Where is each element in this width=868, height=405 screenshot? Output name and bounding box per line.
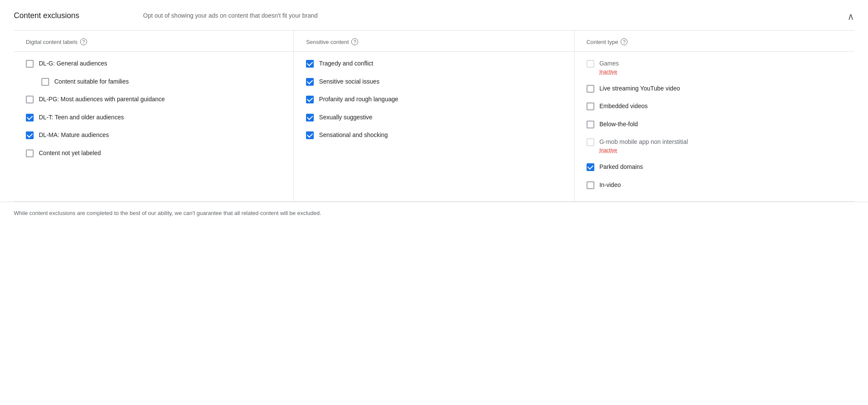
checkbox-embedded-videos[interactable] [587, 103, 594, 110]
checkbox-item-profanity: Profanity and rough language [306, 95, 562, 104]
col-body-sensitive-content: Tragedy and conflictSensitive social iss… [294, 52, 574, 152]
item-label-not-labeled: Content not yet labeled [39, 150, 101, 156]
item-label-sensational: Sensational and shocking [319, 131, 388, 138]
item-label-sexually: Sexually suggestive [319, 114, 372, 121]
label-wrapper-dlt: DL-T: Teen and older audiences [39, 113, 124, 122]
checkbox-item-parked-domains: Parked domains [587, 163, 842, 171]
checkbox-item-dlma: DL-MA: Mature audiences [26, 131, 281, 140]
checkbox-item-content-families: Content suitable for families [41, 78, 281, 86]
label-wrapper-tragedy: Tragedy and conflict [319, 59, 373, 68]
col-header-title-digital-content-labels: Digital content labels [26, 39, 78, 45]
item-label-profanity: Profanity and rough language [319, 96, 398, 103]
label-wrapper-dlma: DL-MA: Mature audiences [39, 131, 109, 140]
item-label-tragedy: Tragedy and conflict [319, 60, 373, 67]
content-exclusions-panel: Content exclusions Opt out of showing yo… [0, 0, 868, 405]
inactive-badge-gmob: Inactive [599, 147, 688, 153]
checkbox-profanity[interactable] [306, 96, 314, 103]
checkbox-item-games: GamesInactive [587, 59, 842, 75]
checkbox-dlg[interactable] [26, 60, 34, 68]
checkbox-games[interactable] [587, 60, 594, 68]
col-header-content-type: Content type? [575, 31, 854, 52]
col-body-content-type: GamesInactiveLive streaming YouTube vide… [575, 52, 854, 201]
label-wrapper-dlg: DL-G: General audiences [39, 59, 107, 68]
help-icon-content-type[interactable]: ? [621, 38, 628, 45]
checkbox-in-video[interactable] [587, 181, 594, 189]
label-wrapper-profanity: Profanity and rough language [319, 95, 398, 104]
checkbox-dlt[interactable] [26, 114, 34, 122]
checkbox-sexually[interactable] [306, 114, 314, 122]
checkbox-item-not-labeled: Content not yet labeled [26, 149, 281, 158]
column-content-type: Content type?GamesInactiveLive streaming… [575, 31, 854, 201]
checkbox-item-dlpg: DL-PG: Most audiences with parental guid… [26, 95, 281, 104]
collapse-icon[interactable]: ∧ [847, 9, 854, 22]
checkbox-item-social-issues: Sensitive social issues [306, 78, 562, 86]
item-label-dlma: DL-MA: Mature audiences [39, 131, 109, 138]
label-wrapper-parked-domains: Parked domains [599, 163, 643, 171]
label-wrapper-in-video: In-video [599, 181, 621, 190]
help-icon-digital-content-labels[interactable]: ? [80, 38, 87, 45]
checkbox-sensational[interactable] [306, 131, 314, 139]
label-wrapper-live-streaming: Live streaming YouTube video [599, 84, 680, 93]
label-wrapper-sexually: Sexually suggestive [319, 113, 372, 122]
checkbox-item-gmob: G-mob mobile app non interstitialInactiv… [587, 138, 842, 153]
label-wrapper-embedded-videos: Embedded videos [599, 102, 648, 111]
item-label-parked-domains: Parked domains [599, 163, 643, 170]
col-body-digital-content-labels: DL-G: General audiencesContent suitable … [14, 52, 293, 170]
checkbox-item-dlg: DL-G: General audiences [26, 59, 281, 68]
col-header-digital-content-labels: Digital content labels? [14, 31, 293, 52]
columns-container: Digital content labels?DL-G: General aud… [14, 31, 854, 201]
item-label-content-families: Content suitable for families [54, 78, 129, 85]
col-header-title-content-type: Content type [587, 39, 618, 45]
checkbox-item-below-fold: Below-the-fold [587, 120, 842, 129]
label-wrapper-below-fold: Below-the-fold [599, 120, 638, 129]
checkbox-not-labeled[interactable] [26, 150, 34, 157]
item-label-live-streaming: Live streaming YouTube video [599, 85, 680, 92]
column-sensitive-content: Sensitive content?Tragedy and conflictSe… [294, 31, 574, 201]
checkbox-item-tragedy: Tragedy and conflict [306, 59, 562, 68]
section-subtitle: Opt out of showing your ads on content t… [109, 9, 847, 19]
checkbox-live-streaming[interactable] [587, 85, 594, 93]
label-wrapper-social-issues: Sensitive social issues [319, 78, 379, 86]
checkbox-tragedy[interactable] [306, 60, 314, 68]
label-wrapper-games: GamesInactive [599, 59, 619, 75]
item-label-dlpg: DL-PG: Most audiences with parental guid… [39, 96, 165, 103]
item-label-dlg: DL-G: General audiences [39, 60, 107, 67]
item-label-in-video: In-video [599, 181, 621, 188]
label-wrapper-sensational: Sensational and shocking [319, 131, 388, 140]
col-header-sensitive-content: Sensitive content? [294, 31, 574, 52]
item-label-embedded-videos: Embedded videos [599, 103, 648, 109]
item-label-below-fold: Below-the-fold [599, 121, 638, 128]
checkbox-item-embedded-videos: Embedded videos [587, 102, 842, 111]
checkbox-item-sensational: Sensational and shocking [306, 131, 562, 140]
checkbox-item-dlt: DL-T: Teen and older audiences [26, 113, 281, 122]
item-label-gmob: G-mob mobile app non interstitial [599, 138, 688, 145]
inactive-badge-games: Inactive [599, 69, 619, 75]
checkbox-content-families[interactable] [41, 78, 49, 86]
item-label-games: Games [599, 60, 619, 67]
checkbox-item-in-video: In-video [587, 181, 842, 190]
checkbox-item-sexually: Sexually suggestive [306, 113, 562, 122]
checkbox-gmob[interactable] [587, 138, 594, 146]
checkbox-dlma[interactable] [26, 131, 34, 139]
checkbox-social-issues[interactable] [306, 78, 314, 86]
item-label-social-issues: Sensitive social issues [319, 78, 379, 85]
checkbox-parked-domains[interactable] [587, 163, 594, 171]
label-wrapper-not-labeled: Content not yet labeled [39, 149, 101, 158]
checkbox-dlpg[interactable] [26, 96, 34, 103]
item-label-dlt: DL-T: Teen and older audiences [39, 114, 124, 121]
panel-header: Content exclusions Opt out of showing yo… [0, 0, 868, 30]
label-wrapper-content-families: Content suitable for families [54, 78, 129, 86]
col-header-title-sensitive-content: Sensitive content [306, 39, 349, 45]
checkbox-item-live-streaming: Live streaming YouTube video [587, 84, 842, 93]
column-digital-content-labels: Digital content labels?DL-G: General aud… [14, 31, 294, 201]
label-wrapper-dlpg: DL-PG: Most audiences with parental guid… [39, 95, 165, 104]
checkbox-below-fold[interactable] [587, 121, 594, 128]
section-title: Content exclusions [14, 9, 109, 20]
help-icon-sensitive-content[interactable]: ? [351, 38, 358, 45]
footer-note: While content exclusions are completed t… [0, 202, 868, 228]
label-wrapper-gmob: G-mob mobile app non interstitialInactiv… [599, 138, 688, 153]
